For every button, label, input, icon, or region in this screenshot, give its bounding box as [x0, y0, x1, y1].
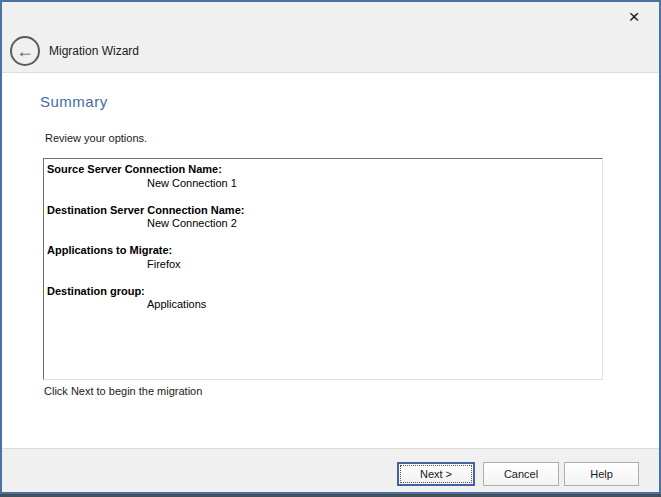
summary-item-label: Source Server Connection Name:: [47, 163, 598, 177]
summary-item-value: New Connection 1: [47, 177, 598, 191]
button-bar: Next > Cancel Help: [2, 448, 659, 492]
title-bar: ×: [2, 2, 659, 30]
summary-item: Destination Server Connection Name: New …: [47, 204, 598, 231]
summary-item-label: Destination Server Connection Name:: [47, 204, 598, 218]
instruction-text: Review your options.: [45, 132, 147, 144]
summary-item-value: Applications: [47, 298, 598, 312]
summary-item: Destination group: Applications: [47, 285, 598, 312]
footer-note: Click Next to begin the migration: [44, 385, 202, 397]
summary-item-label: Destination group:: [47, 285, 598, 299]
close-button[interactable]: ×: [619, 2, 649, 30]
close-icon: ×: [628, 7, 639, 26]
summary-item-value: New Connection 2: [47, 217, 598, 231]
summary-item: Applications to Migrate: Firefox: [47, 244, 598, 271]
wizard-header: ← Migration Wizard: [2, 30, 659, 73]
summary-item-value: Firefox: [47, 258, 598, 272]
back-button[interactable]: ←: [10, 36, 40, 66]
migration-wizard-window: × ← Migration Wizard Summary Review your…: [0, 0, 661, 494]
summary-item-label: Applications to Migrate:: [47, 244, 598, 258]
help-button[interactable]: Help: [564, 462, 639, 486]
summary-item: Source Server Connection Name: New Conne…: [47, 163, 598, 190]
content-area: Summary Review your options. Source Serv…: [2, 73, 659, 448]
page-title: Summary: [40, 93, 108, 110]
back-arrow-icon: ←: [16, 42, 34, 60]
wizard-title: Migration Wizard: [49, 44, 139, 58]
cancel-button[interactable]: Cancel: [483, 462, 559, 486]
next-button[interactable]: Next >: [397, 462, 475, 486]
summary-box[interactable]: Source Server Connection Name: New Conne…: [43, 158, 603, 380]
